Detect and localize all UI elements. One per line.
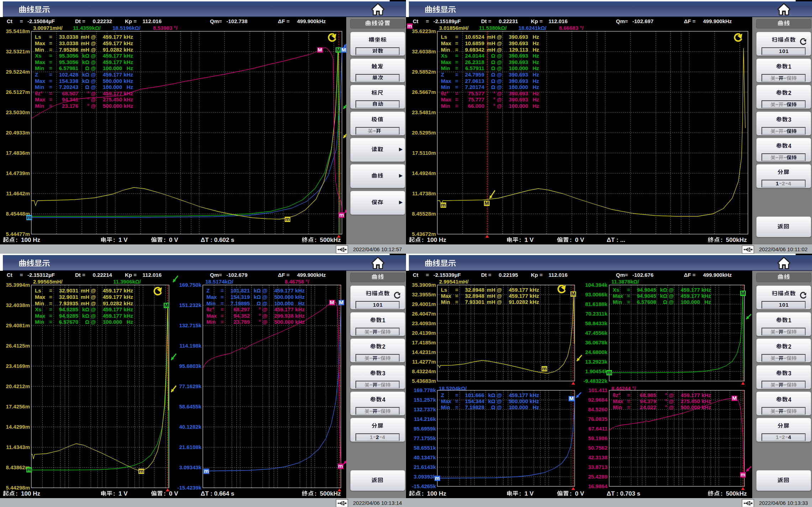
svg-text:@: @	[497, 404, 502, 410]
svg-text:Ω: Ω	[663, 299, 667, 305]
svg-text:21.6143k: 21.6143k	[413, 464, 436, 470]
svg-text:Max: Max	[613, 398, 623, 404]
svg-text:@: @	[497, 392, 502, 398]
svg-text:16.9864: 16.9864	[588, 483, 608, 489]
svg-text:=: =	[455, 40, 458, 46]
svg-text:Hz: Hz	[127, 319, 133, 325]
svg-text:1.90454k: 1.90454k	[585, 368, 607, 374]
svg-text:500.000: 500.000	[274, 294, 294, 300]
svg-text:kHz: kHz	[701, 392, 711, 398]
svg-text:6.57670: 6.57670	[59, 319, 78, 325]
svg-text:100.000: 100.000	[103, 319, 122, 325]
svg-text:169.778k: 169.778k	[413, 387, 436, 393]
svg-text:=: =	[221, 313, 224, 319]
svg-text:°: °	[87, 103, 89, 109]
svg-text:500.000: 500.000	[509, 398, 528, 404]
svg-text:Xs: Xs	[35, 53, 41, 59]
svg-text:17.4836m: 17.4836m	[6, 150, 30, 156]
svg-text:100.000: 100.000	[681, 299, 700, 305]
svg-text:kHz: kHz	[529, 299, 539, 305]
svg-text:m: m	[338, 463, 343, 469]
svg-text:20.4933m: 20.4933m	[6, 130, 30, 136]
svg-text:132.737k: 132.737k	[413, 406, 436, 412]
svg-text:10.6524: 10.6524	[465, 34, 485, 40]
svg-text:21.6108k: 21.6108k	[179, 444, 201, 450]
svg-text:=: =	[49, 47, 52, 53]
svg-text:459.177: 459.177	[103, 294, 122, 300]
svg-text:Hz: Hz	[127, 84, 133, 90]
svg-text:=: =	[49, 319, 52, 325]
svg-text:32.3955m: 32.3955m	[412, 291, 436, 297]
svg-text:@: @	[91, 78, 96, 84]
svg-text:Ω: Ω	[491, 404, 495, 410]
svg-text:390.693: 390.693	[509, 59, 528, 65]
svg-text:29.5224m: 29.5224m	[6, 69, 30, 75]
svg-text:100.000: 100.000	[509, 65, 528, 71]
svg-text:Ls: Ls	[35, 34, 41, 40]
svg-text:500.000: 500.000	[681, 404, 700, 410]
svg-text:=: =	[221, 306, 224, 312]
svg-text:=: =	[49, 287, 52, 294]
svg-text:Hz: Hz	[533, 53, 539, 59]
svg-text:mH: mH	[487, 34, 495, 40]
svg-text:Min: Min	[206, 319, 216, 325]
svg-text:=: =	[455, 103, 458, 109]
svg-text:101.821: 101.821	[231, 287, 250, 294]
svg-text:58.6455k: 58.6455k	[179, 403, 201, 410]
svg-text:390.693: 390.693	[509, 34, 528, 40]
svg-text:Min: Min	[613, 299, 622, 305]
svg-text:1: 1	[382, 317, 385, 323]
svg-text:Min: Min	[613, 404, 622, 410]
svg-text:95.6959k: 95.6959k	[413, 426, 436, 432]
svg-text:Hz: Hz	[533, 40, 539, 46]
svg-text:14.4924m: 14.4924m	[412, 170, 436, 176]
svg-text:M: M	[732, 395, 737, 401]
svg-text:Hz: Hz	[533, 96, 539, 102]
svg-text:=: =	[49, 306, 52, 312]
svg-text:=: =	[455, 59, 458, 65]
svg-text:=: =	[455, 72, 458, 78]
svg-text:°: °	[493, 90, 495, 96]
svg-text:m: m	[204, 468, 209, 474]
svg-text:Hz: Hz	[705, 299, 711, 305]
svg-text:4: 4	[382, 434, 385, 440]
svg-text:°: °	[87, 90, 89, 96]
svg-text:35.5418m: 35.5418m	[6, 28, 30, 34]
svg-text:66.000: 66.000	[468, 103, 484, 109]
svg-text:26.4047m: 26.4047m	[412, 311, 436, 317]
svg-text:M: M	[569, 395, 574, 401]
svg-text:kHz: kHz	[123, 53, 133, 59]
svg-text:7.19895: 7.19895	[231, 300, 250, 306]
svg-text:kHz: kHz	[701, 398, 711, 404]
svg-text:@: @	[91, 90, 96, 96]
svg-text:24.7959: 24.7959	[465, 72, 484, 78]
svg-text:151.257k: 151.257k	[413, 397, 436, 403]
svg-text:Max: Max	[441, 78, 452, 84]
svg-text:75.577: 75.577	[468, 90, 484, 96]
svg-text:93.0066k: 93.0066k	[585, 291, 607, 297]
svg-text:4: 4	[788, 434, 791, 440]
svg-text:mH: mH	[81, 294, 89, 300]
svg-text:kHz: kHz	[701, 287, 711, 293]
svg-text:459.177: 459.177	[681, 287, 700, 293]
svg-text:@: @	[669, 287, 674, 293]
svg-text:68.297: 68.297	[233, 306, 250, 312]
svg-text:1: 1	[776, 434, 779, 440]
svg-text:3.09393k: 3.09393k	[413, 474, 436, 480]
svg-text:0: 0	[782, 302, 785, 308]
svg-text:26.5667m: 26.5667m	[412, 89, 436, 95]
svg-text:459.177: 459.177	[509, 392, 528, 398]
svg-text:459.177: 459.177	[103, 53, 122, 59]
svg-text:@: @	[497, 299, 502, 305]
svg-text:26.2318: 26.2318	[465, 59, 484, 65]
svg-text:mH: mH	[487, 40, 495, 46]
svg-text:24.6800k: 24.6800k	[585, 349, 607, 355]
svg-text:kHz: kHz	[123, 294, 133, 300]
svg-text:@: @	[91, 59, 96, 65]
svg-text:50.7562: 50.7562	[588, 445, 607, 451]
svg-text:@: @	[262, 306, 268, 312]
svg-text:169.750k: 169.750k	[179, 282, 201, 288]
svg-text:Max: Max	[35, 40, 46, 46]
svg-text:@: @	[91, 72, 96, 78]
svg-text:2: 2	[782, 180, 785, 186]
